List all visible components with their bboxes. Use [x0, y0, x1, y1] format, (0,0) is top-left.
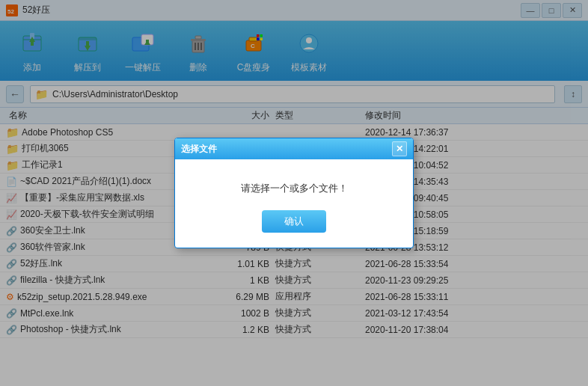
modal-title: 选择文件 — [181, 143, 217, 156]
modal-overlay: 选择文件 ✕ 请选择一个或多个文件！ 确认 — [0, 0, 588, 386]
modal-message: 请选择一个或多个文件！ — [241, 182, 348, 195]
modal-titlebar: 选择文件 ✕ — [175, 138, 413, 159]
modal-close-button[interactable]: ✕ — [392, 141, 407, 156]
modal-body: 请选择一个或多个文件！ 确认 — [175, 159, 413, 248]
modal-confirm-button[interactable]: 确认 — [262, 210, 326, 233]
select-file-modal: 选择文件 ✕ 请选择一个或多个文件！ 确认 — [174, 138, 414, 248]
